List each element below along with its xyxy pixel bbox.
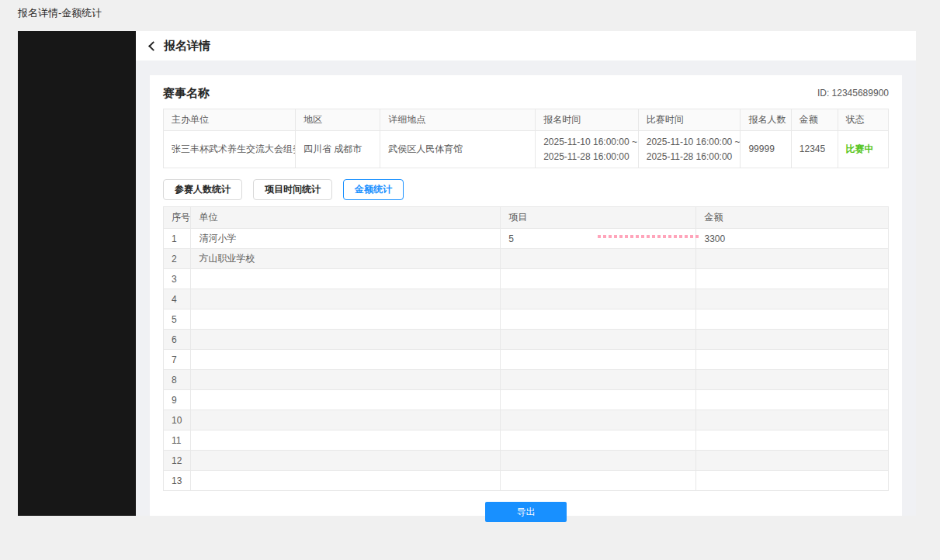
stats-table-cell: 3 [164,269,191,289]
event-table-header: 主办单位 [164,109,296,131]
table-row: 4 [164,289,889,309]
status-badge: 比赛中 [846,142,880,157]
event-table-cell: 12345 [791,131,838,168]
stats-table-header: 项目 [501,207,696,229]
sidebar [18,31,136,516]
tab-button-2[interactable]: 项目时间统计 [253,179,332,200]
stats-table-cell: 5 [501,229,696,249]
event-table-cell: 比赛中 [838,131,888,168]
stats-table-cell [696,430,889,451]
event-table-cell: 张三丰杯武术养生交流大会组委会 [164,131,296,168]
stats-table-header: 序号 [164,207,191,229]
main-area: 报名详情 赛事名称 ID: 12345689900 主办单位地区详细地点报名时间… [136,31,916,516]
stats-table-cell [501,289,696,309]
event-info-table: 主办单位地区详细地点报名时间比赛时间报名人数金额状态 张三丰杯武术养生交流大会组… [163,109,889,168]
stats-table-cell: 6 [164,330,191,350]
event-table-header: 地区 [295,109,380,131]
stats-table-cell: 10 [164,410,191,430]
stats-table-cell [191,390,501,410]
event-cell-line: 2025-11-10 16:00:00 ~ [647,135,733,150]
event-table-header: 详细地点 [380,109,536,131]
stats-table-cell [501,370,696,390]
topbar: 报名详情 [136,31,916,60]
table-row: 8 [164,370,889,390]
stats-table-cell: 12 [164,451,191,471]
stats-table-cell [501,249,696,269]
event-table-header: 状态 [838,109,888,131]
event-cell-line: 2025-11-10 16:00:00 ~ [543,135,630,150]
stats-table-cell [191,330,501,350]
stats-table-header-row: 序号单位项目金额 [164,207,889,229]
stats-table-cell [191,289,501,309]
stats-table-cell: 11 [164,430,191,451]
stats-table-cell [696,410,889,430]
event-card-header: 赛事名称 ID: 12345689900 [163,85,889,101]
event-table-header-row: 主办单位地区详细地点报名时间比赛时间报名人数金额状态 [164,109,889,131]
event-cell-line: 四川省 成都市 [304,142,372,157]
event-table-cell: 四川省 成都市 [295,131,380,168]
export-button-row: 导出 [163,502,889,522]
stats-table-cell [501,390,696,410]
stats-table-cell [501,430,696,451]
stats-table-cell [696,309,889,330]
stats-table-cell [501,350,696,370]
table-row: 5 [164,309,889,330]
tab-button-1[interactable]: 参赛人数统计 [163,179,242,200]
stats-table-cell: 13 [164,471,191,491]
event-table-cell: 武侯区人民体育馆 [380,131,536,168]
stats-table-cell: 7 [164,350,191,370]
table-row: 9 [164,390,889,410]
stats-table-cell [696,370,889,390]
stats-table-cell: 清河小学 [191,229,501,249]
stats-table-cell [696,390,889,410]
stats-table-cell [501,451,696,471]
event-cell-line: 武侯区人民体育馆 [388,142,527,157]
event-table-cell: 2025-11-10 16:00:00 ~2025-11-28 16:00:00 [536,131,639,168]
event-cell-line: 2025-11-28 16:00:00 [543,150,630,164]
stats-table-cell: 方山职业学校 [191,249,501,269]
stats-table-cell: 8 [164,370,191,390]
app-window: 报名详情 赛事名称 ID: 12345689900 主办单位地区详细地点报名时间… [18,31,916,516]
tab-button-3[interactable]: 金额统计 [343,179,404,200]
event-id: ID: 12345689900 [817,88,889,99]
table-row: 3 [164,269,889,289]
export-button[interactable]: 导出 [485,502,567,522]
stats-table-cell [191,430,501,451]
stats-tab-group: 参赛人数统计项目时间统计金额统计 [163,179,889,200]
stats-table-header: 单位 [191,207,501,229]
stats-table-cell [191,370,501,390]
event-cell-line: 张三丰杯武术养生交流大会组委会 [172,142,287,157]
table-row: 7 [164,350,889,370]
stats-table-cell [191,309,501,330]
stats-table-cell: 9 [164,390,191,410]
stats-table-cell: 2 [164,249,191,269]
stats-table-cell [696,350,889,370]
stats-table-header: 金额 [696,207,889,229]
stats-table-cell [696,269,889,289]
table-row: 2方山职业学校 [164,249,889,269]
table-row: 13 [164,471,889,491]
stats-table-cell: 1 [164,229,191,249]
stats-table-cell [696,249,889,269]
stats-table-cell [696,451,889,471]
event-section-title: 赛事名称 [163,86,210,101]
event-table-header: 金额 [791,109,838,131]
table-row: 11 [164,430,889,451]
back-button[interactable]: 报名详情 [150,39,210,54]
event-table-cell: 99999 [741,131,791,168]
event-cell-line: 2025-11-28 16:00:00 [647,150,733,164]
stats-table-cell [501,309,696,330]
table-row: 12 [164,451,889,471]
stats-table: 序号单位项目金额 1清河小学533002方山职业学校34567891011121… [163,206,889,491]
event-table-data-row: 张三丰杯武术养生交流大会组委会四川省 成都市武侯区人民体育馆2025-11-10… [164,131,889,168]
event-table-header: 报名人数 [741,109,791,131]
topbar-title: 报名详情 [164,39,210,54]
event-table-header: 比赛时间 [638,109,741,131]
stats-table-cell [191,410,501,430]
stats-table-cell [501,471,696,491]
event-cell-line: 99999 [748,142,782,157]
back-arrow-icon [148,41,158,51]
table-row: 6 [164,330,889,350]
stats-table-cell [501,269,696,289]
stats-table-cell [501,330,696,350]
